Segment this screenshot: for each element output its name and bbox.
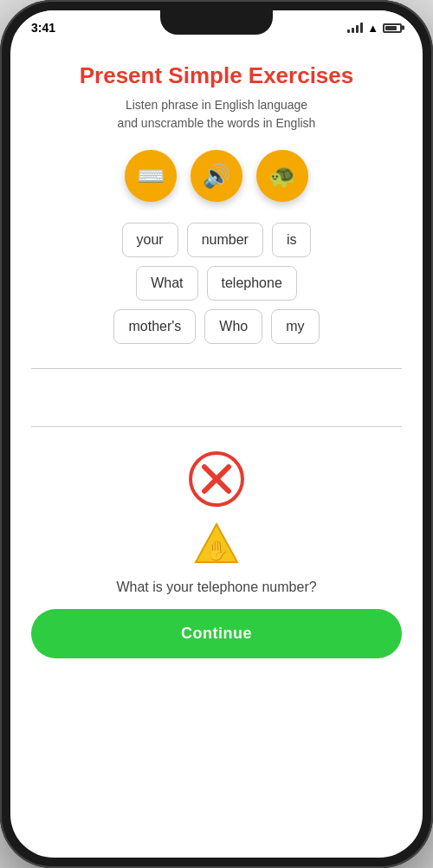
word-row-3: mother's Who my [113,309,319,344]
feedback-icons: ✋ [189,451,244,566]
wrong-icon [189,451,244,507]
word-row-2: What telephone [136,266,297,301]
answer-text: What is your telephone number? [116,580,316,595]
page-title: Present Simple Exercises [80,62,354,89]
main-content: Present Simple Exercises Listen phrase i… [10,38,423,858]
word-tile-your[interactable]: your [122,223,178,257]
answer-line-top [31,368,402,369]
answer-area [31,361,402,434]
battery-icon [383,23,402,33]
turtle-button[interactable]: 🐢 [256,150,308,202]
status-icons: ▲ [347,22,402,35]
word-tile-telephone[interactable]: telephone [207,266,297,301]
warning-icon: ✋ [194,521,239,566]
tool-icons-row: ⌨️ 🔊 🐢 [125,150,308,202]
word-tile-is[interactable]: is [272,223,312,257]
answer-line-bottom [31,426,402,427]
answer-content [31,376,402,419]
word-tile-number[interactable]: number [187,223,263,257]
page-subtitle: Listen phrase in English languageand uns… [118,96,316,133]
word-row-1: your number is [122,223,312,257]
speaker-button[interactable]: 🔊 [191,150,242,202]
word-tiles-grid: your number is What telephone mother's W… [31,223,402,344]
status-time: 3:41 [31,21,55,35]
word-tile-mothers[interactable]: mother's [113,309,196,344]
wifi-icon: ▲ [367,22,378,35]
word-tile-my[interactable]: my [271,309,319,344]
keyboard-button[interactable]: ⌨️ [125,150,177,202]
svg-text:✋: ✋ [205,539,229,562]
notch [160,10,273,35]
signal-icon [347,23,363,33]
continue-button[interactable]: Continue [31,609,402,658]
word-tile-what[interactable]: What [136,266,197,301]
word-tile-who[interactable]: Who [204,309,262,344]
phone-frame: 3:41 ▲ Present Simple Exercises Listen p… [0,0,433,868]
phone-screen: 3:41 ▲ Present Simple Exercises Listen p… [10,10,423,858]
